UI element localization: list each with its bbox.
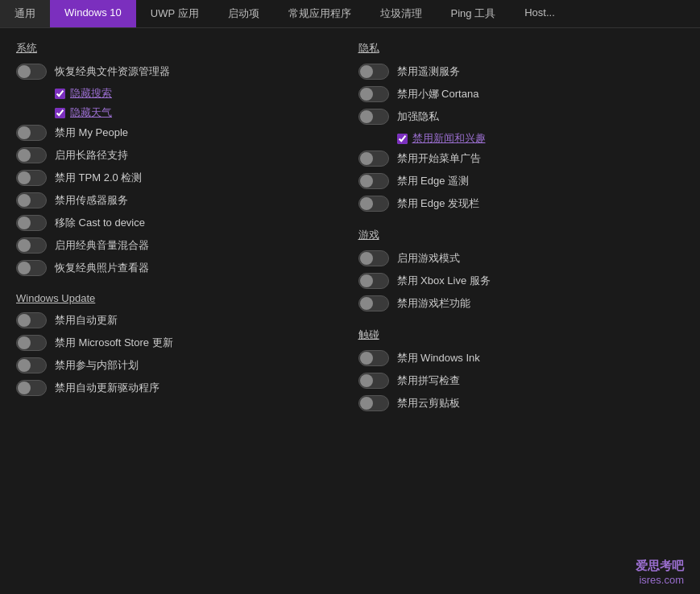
toggle-clipboard[interactable] bbox=[358, 395, 389, 411]
toggle-row-edge-discover: 禁用 Edge 发现栏 bbox=[358, 196, 685, 212]
toggle-row-telemetry: 禁用遥测服务 bbox=[358, 64, 685, 80]
tab-host[interactable]: Host... bbox=[510, 0, 570, 27]
toggle-row-game-mode: 启用游戏模式 bbox=[358, 250, 685, 266]
toggle-restore-explorer[interactable] bbox=[16, 64, 47, 80]
toggle-edge-discover[interactable] bbox=[358, 196, 389, 212]
label-cortana: 禁用小娜 Cortana bbox=[397, 87, 479, 101]
toggle-row-volume-mixer: 启用经典音量混合器 bbox=[16, 237, 342, 254]
checkbox-news[interactable] bbox=[397, 134, 408, 144]
label-game-mode: 启用游戏模式 bbox=[397, 251, 460, 266]
label-spellcheck: 禁用拼写检查 bbox=[397, 373, 460, 388]
tab-cleanup[interactable]: 垃圾清理 bbox=[366, 0, 437, 27]
toggle-row-edge-telemetry: 禁用 Edge 遥测 bbox=[358, 173, 685, 189]
label-clipboard: 禁用云剪贴板 bbox=[397, 396, 460, 410]
main-content: 系统 恢复经典文件资源管理器 隐藏搜索 隐藏天气 禁用 My People 启用… bbox=[0, 28, 700, 440]
label-hide-weather[interactable]: 隐藏天气 bbox=[70, 105, 112, 120]
toggle-game-bar[interactable] bbox=[358, 295, 389, 311]
label-xbox-live: 禁用 Xbox Live 服务 bbox=[397, 274, 491, 288]
touch-section: 触碰 禁用 Windows Ink 禁用拼写检查 禁用云剪贴板 bbox=[358, 328, 685, 411]
toggle-tpm[interactable] bbox=[16, 170, 47, 186]
label-news[interactable]: 禁用新闻和兴趣 bbox=[412, 131, 486, 146]
games-section: 游戏 启用游戏模式 禁用 Xbox Live 服务 禁用游戏栏功能 bbox=[358, 228, 685, 311]
tab-general[interactable]: 通用 bbox=[0, 0, 50, 27]
system-title: 系统 bbox=[16, 41, 342, 56]
toggle-photo-viewer[interactable] bbox=[16, 260, 47, 276]
toggle-row-longpath: 启用长路径支持 bbox=[16, 147, 342, 163]
privacy-title: 隐私 bbox=[358, 41, 685, 56]
checkbox-row-news: 禁用新闻和兴趣 bbox=[397, 131, 685, 146]
label-photo-viewer: 恢复经典照片查看器 bbox=[55, 261, 149, 275]
toggle-edge-telemetry[interactable] bbox=[358, 173, 389, 189]
footer-brand: 爱思考吧 bbox=[636, 559, 684, 574]
toggle-row-cast: 移除 Cast to device bbox=[16, 215, 342, 231]
label-restore-explorer: 恢复经典文件资源管理器 bbox=[55, 64, 170, 79]
toggle-row-spellcheck: 禁用拼写检查 bbox=[358, 373, 685, 389]
label-telemetry: 禁用遥测服务 bbox=[397, 64, 460, 79]
checkbox-row-hide-weather: 隐藏天气 bbox=[55, 105, 342, 120]
toggle-privacy-enhance[interactable] bbox=[358, 109, 389, 125]
games-title: 游戏 bbox=[358, 228, 685, 242]
label-volume-mixer: 启用经典音量混合器 bbox=[55, 238, 149, 253]
touch-title: 触碰 bbox=[358, 328, 685, 342]
toggle-spellcheck[interactable] bbox=[358, 373, 389, 389]
system-section: 系统 恢复经典文件资源管理器 隐藏搜索 隐藏天气 禁用 My People 启用… bbox=[16, 41, 342, 276]
label-mypeople: 禁用 My People bbox=[55, 126, 128, 140]
label-insider: 禁用参与内部计划 bbox=[55, 358, 139, 373]
toggle-row-sensor: 禁用传感器服务 bbox=[16, 192, 342, 208]
tab-uwp[interactable]: UWP 应用 bbox=[136, 0, 213, 27]
privacy-section: 隐私 禁用遥测服务 禁用小娜 Cortana 加强隐私 禁用新闻和兴趣 禁用开始… bbox=[358, 41, 685, 212]
label-sensor: 禁用传感器服务 bbox=[55, 193, 128, 208]
toggle-row-mypeople: 禁用 My People bbox=[16, 125, 342, 141]
toggle-row-xbox-live: 禁用 Xbox Live 服务 bbox=[358, 273, 685, 289]
toggle-cortana[interactable] bbox=[358, 86, 389, 102]
checkbox-hide-weather[interactable] bbox=[55, 108, 65, 118]
toggle-longpath[interactable] bbox=[16, 147, 47, 163]
toggle-volume-mixer[interactable] bbox=[16, 237, 47, 254]
windows-update-title: Windows Update bbox=[16, 292, 342, 304]
label-windows-ink: 禁用 Windows Ink bbox=[397, 351, 480, 365]
label-game-bar: 禁用游戏栏功能 bbox=[397, 296, 470, 311]
toggle-store-update[interactable] bbox=[16, 335, 47, 351]
label-tpm: 禁用 TPM 2.0 检测 bbox=[55, 171, 142, 185]
tab-ping[interactable]: Ping 工具 bbox=[437, 0, 511, 27]
label-edge-telemetry: 禁用 Edge 遥测 bbox=[397, 174, 470, 188]
toggle-row-game-bar: 禁用游戏栏功能 bbox=[358, 295, 685, 311]
toggle-game-mode[interactable] bbox=[358, 250, 389, 266]
checkbox-hide-search[interactable] bbox=[55, 89, 65, 99]
toggle-telemetry[interactable] bbox=[358, 64, 389, 80]
toggle-mypeople[interactable] bbox=[16, 125, 47, 141]
tab-startup[interactable]: 启动项 bbox=[213, 0, 274, 27]
footer: 爱思考吧 isres.com bbox=[636, 559, 684, 586]
toggle-insider[interactable] bbox=[16, 357, 47, 373]
toggle-row-windows-ink: 禁用 Windows Ink bbox=[358, 350, 685, 366]
toggle-start-ad[interactable] bbox=[358, 151, 389, 167]
toggle-driver-update[interactable] bbox=[16, 380, 47, 396]
tab-windows10[interactable]: Windows 10 bbox=[50, 0, 136, 27]
toggle-auto-update[interactable] bbox=[16, 312, 47, 328]
toggle-xbox-live[interactable] bbox=[358, 273, 389, 289]
toggle-sensor[interactable] bbox=[16, 192, 47, 208]
label-privacy-enhance: 加强隐私 bbox=[397, 109, 439, 124]
toggle-row-cortana: 禁用小娜 Cortana bbox=[358, 86, 685, 102]
toggle-row-driver-update: 禁用自动更新驱动程序 bbox=[16, 380, 342, 396]
left-panel: 系统 恢复经典文件资源管理器 隐藏搜索 隐藏天气 禁用 My People 启用… bbox=[16, 41, 342, 427]
toggle-cast[interactable] bbox=[16, 215, 47, 231]
label-cast: 移除 Cast to device bbox=[55, 216, 145, 230]
label-hide-search[interactable]: 隐藏搜索 bbox=[70, 86, 112, 101]
windows-update-section: Windows Update 禁用自动更新 禁用 Microsoft Store… bbox=[16, 292, 342, 396]
label-longpath: 启用长路径支持 bbox=[55, 148, 128, 163]
tab-bar: 通用 Windows 10 UWP 应用 启动项 常规应用程序 垃圾清理 Pin… bbox=[0, 0, 700, 28]
toggle-windows-ink[interactable] bbox=[358, 350, 389, 366]
tab-apps[interactable]: 常规应用程序 bbox=[274, 0, 366, 27]
label-edge-discover: 禁用 Edge 发现栏 bbox=[397, 196, 480, 211]
checkbox-row-hide-search: 隐藏搜索 bbox=[55, 86, 342, 101]
label-driver-update: 禁用自动更新驱动程序 bbox=[55, 381, 159, 395]
label-store-update: 禁用 Microsoft Store 更新 bbox=[55, 336, 173, 350]
label-auto-update: 禁用自动更新 bbox=[55, 313, 118, 328]
toggle-row-clipboard: 禁用云剪贴板 bbox=[358, 395, 685, 411]
toggle-row-store-update: 禁用 Microsoft Store 更新 bbox=[16, 335, 342, 351]
right-panel: 隐私 禁用遥测服务 禁用小娜 Cortana 加强隐私 禁用新闻和兴趣 禁用开始… bbox=[358, 41, 685, 427]
footer-url: isres.com bbox=[636, 574, 684, 586]
toggle-row-photo-viewer: 恢复经典照片查看器 bbox=[16, 260, 342, 276]
toggle-row-tpm: 禁用 TPM 2.0 检测 bbox=[16, 170, 342, 186]
